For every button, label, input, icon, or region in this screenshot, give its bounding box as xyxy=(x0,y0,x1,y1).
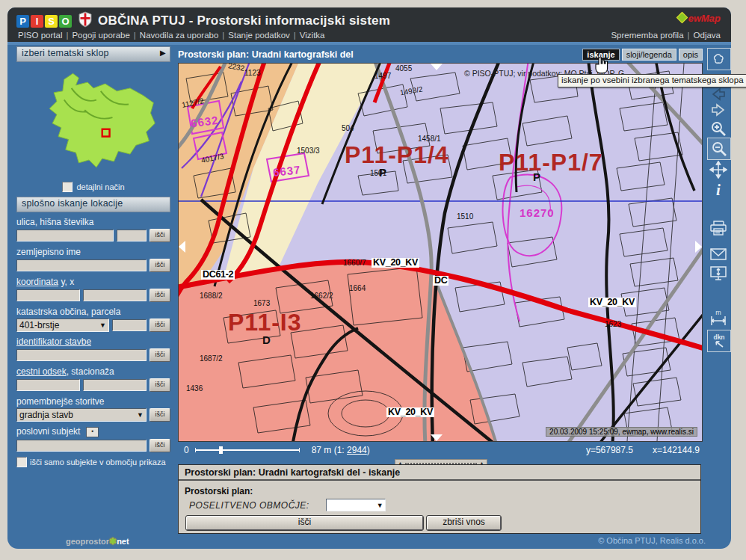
municipality-shape xyxy=(49,73,155,167)
menu-separator: | xyxy=(688,31,690,40)
building-id-link[interactable]: identifikator stavbe xyxy=(16,336,91,347)
scale-text: 87 m (1: 2944) xyxy=(312,445,370,455)
building-id-label: identifikator stavbe xyxy=(16,336,170,347)
search-business-button[interactable]: išči xyxy=(149,439,170,452)
dkn-icon[interactable]: dkn xyxy=(707,330,731,352)
footer-copyright: © Občina PTUJ, Realis d.o.o. xyxy=(598,536,706,545)
header: P I S O OBČINA PTUJ - Prostorski informa… xyxy=(7,7,731,42)
menu-separator: | xyxy=(66,31,68,40)
panel-clear-button[interactable]: zbriši vnos xyxy=(427,516,501,530)
tooltip: iskanje po vsebini izbranega tematskega … xyxy=(558,74,746,87)
panel-search-button[interactable]: išči xyxy=(186,516,423,530)
pan-icon[interactable] xyxy=(707,159,730,180)
menu-piso-portal[interactable]: PISO portal xyxy=(18,31,62,40)
detail-mode-checkbox[interactable] xyxy=(62,182,73,192)
cursor-coordinates: y=567987.5x=142144.9 xyxy=(586,445,703,455)
services-select[interactable]: gradnja stavb▼ xyxy=(16,408,147,422)
search-building-button[interactable]: išči xyxy=(149,348,170,362)
search-geoname-button[interactable]: išči xyxy=(149,259,170,272)
svg-text:m: m xyxy=(715,309,721,316)
map-viewport[interactable]: P11-P1/4P11-P1/7P11-I3DC61-2KV_20_KVDCKV… xyxy=(178,63,703,442)
theme-selector-header[interactable]: izberi tematski sklop▶ xyxy=(16,46,170,62)
sloji-legenda-tab-button[interactable]: sloji/legenda xyxy=(622,49,676,61)
map-panel: Prostorski plan: Uradni kartografski del… xyxy=(178,46,703,534)
menu-vizitka[interactable]: Vizitka xyxy=(300,31,325,40)
street-input[interactable] xyxy=(16,230,114,241)
logo-letter-p: P xyxy=(16,15,29,28)
general-search-header[interactable]: splošno iskanje lokacije xyxy=(16,197,170,212)
map-timestamp: 20.03.2009 15:25:09, ewmap, www.realis.s… xyxy=(546,427,697,437)
house-number-input[interactable] xyxy=(117,230,147,241)
stationing-input[interactable] xyxy=(83,379,147,391)
iskanje-tab-button[interactable]: iskanje xyxy=(582,49,619,61)
forward-arrow-icon[interactable] xyxy=(707,99,730,120)
menu-stanje-podatkov[interactable]: Stanje podatkov xyxy=(228,31,289,40)
coordinate-link[interactable]: koordinata xyxy=(16,277,58,287)
info-icon[interactable]: i xyxy=(707,179,730,200)
settlement-area-label: POSELITVENO OBMOČJE: xyxy=(189,500,309,511)
cadastre-label: katastrska občina, parcela xyxy=(16,307,170,317)
search-road-button[interactable]: išči xyxy=(149,378,170,392)
search-coordinate-button[interactable]: išči xyxy=(149,289,170,302)
geoname-input[interactable] xyxy=(16,259,147,271)
sidebar: izberi tematski sklop▶ detajlni način sp… xyxy=(16,46,170,467)
parcel-input[interactable] xyxy=(112,319,147,331)
page-title: OBČINA PTUJ - Prostorski informacijski s… xyxy=(98,13,390,28)
chevron-down-icon: ▼ xyxy=(99,321,106,329)
scale-slider-handle[interactable] xyxy=(219,446,223,454)
email-icon[interactable] xyxy=(707,244,730,265)
search-services-button[interactable]: išči xyxy=(149,408,170,422)
menu-separator: | xyxy=(222,31,224,40)
coordinate-y-input[interactable] xyxy=(16,289,80,301)
print-icon[interactable] xyxy=(707,218,730,239)
business-input[interactable] xyxy=(16,440,147,452)
road-section-label: cestni odsek, stacionaža xyxy=(16,366,170,377)
geoprostor-logo[interactable]: geoprostor✱net xyxy=(66,536,129,547)
coordinate-label: koordinata y, x xyxy=(16,277,170,287)
scale-slider[interactable] xyxy=(195,446,300,455)
ewmap-diamond-icon xyxy=(676,12,688,24)
opis-tab-button[interactable]: opis xyxy=(679,49,703,61)
header-divider xyxy=(7,42,731,45)
menu-separator: | xyxy=(294,31,296,40)
svg-text:i: i xyxy=(716,181,721,199)
coordinate-x-input[interactable] xyxy=(83,289,147,301)
scale-bar-row: 0 87 m (1: 2944) y=567987.5x=142144.9 xyxy=(178,442,703,458)
fit-screen-icon[interactable] xyxy=(707,263,730,284)
menu-sprememba-profila[interactable]: Sprememba profila xyxy=(611,31,683,40)
zoom-in-icon[interactable] xyxy=(707,118,730,139)
menu-navodila[interactable]: Navodila za uporabo xyxy=(140,31,219,40)
building-id-input[interactable] xyxy=(16,349,147,361)
full-extent-icon[interactable] xyxy=(707,48,731,70)
menu-odjava[interactable]: Odjava xyxy=(694,31,721,40)
business-area-checkbox[interactable] xyxy=(16,457,27,467)
business-info-icon[interactable]: ▪ xyxy=(86,427,99,437)
scale-value-link[interactable]: 2944 xyxy=(347,445,367,455)
cadastre-select[interactable]: 401-brstje▼ xyxy=(16,319,109,332)
settlement-area-select[interactable]: ▼ xyxy=(326,499,386,511)
detail-mode-label: detajlni način xyxy=(76,182,124,191)
zoom-out-icon[interactable] xyxy=(707,138,731,160)
business-label: poslovni subjekt▪ xyxy=(16,426,170,437)
map-canvas xyxy=(179,64,702,441)
search-parcel-button[interactable]: išči xyxy=(149,319,170,332)
menu-pogoji-uporabe[interactable]: Pogoji uporabe xyxy=(72,31,129,40)
chevron-right-icon: ▶ xyxy=(160,49,166,57)
search-panel-title: Prostorski plan: Uradni kartografski del… xyxy=(179,465,700,481)
top-menu: PISO portal| Pogoji uporabe| Navodila za… xyxy=(18,31,721,40)
overview-map[interactable] xyxy=(16,62,170,180)
road-section-input[interactable] xyxy=(16,379,80,391)
chevron-down-icon: ▼ xyxy=(137,411,144,419)
scale-zero-label: 0 xyxy=(184,445,189,455)
geoname-label: zemljepisno ime xyxy=(16,247,170,257)
road-section-link[interactable]: cestni odsek xyxy=(16,366,67,377)
search-panel: Prostorski plan: Uradni kartografski del… xyxy=(178,464,701,534)
services-label: pomembnejše storitve xyxy=(16,396,170,407)
piso-application: P I S O OBČINA PTUJ - Prostorski informa… xyxy=(0,0,746,560)
logo-letter-s: S xyxy=(45,15,58,28)
logo-letter-o: O xyxy=(59,15,72,28)
search-section-label: Prostorski plan: xyxy=(185,486,700,496)
measure-icon[interactable]: m xyxy=(707,308,730,329)
chevron-down-icon: ▼ xyxy=(377,502,383,509)
search-street-button[interactable]: išči xyxy=(149,229,170,242)
